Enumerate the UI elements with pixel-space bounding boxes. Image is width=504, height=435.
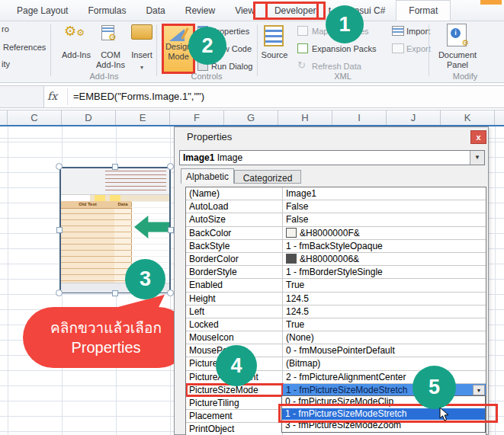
- resize-handle-bottom[interactable]: [112, 290, 118, 296]
- property-value[interactable]: 0 - fmMousePointerDefault: [283, 344, 486, 357]
- design-mode-icon: [169, 27, 188, 41]
- property-value[interactable]: (Bitmap): [283, 357, 486, 369]
- property-value[interactable]: 1 - fmBackStyleOpaque: [283, 240, 486, 252]
- com-add-ins-button[interactable]: ⚙: [101, 25, 114, 40]
- com-add-ins-label: COM Add-Ins: [94, 50, 127, 70]
- truncated-label-security: ity: [2, 59, 10, 69]
- toolbox-icon: [131, 24, 152, 40]
- tab-categorized[interactable]: Categorized: [234, 170, 301, 184]
- property-value[interactable]: True: [283, 318, 486, 331]
- resize-handle-top-right[interactable]: [167, 163, 174, 170]
- annotation-box-developer-tab: [253, 2, 319, 20]
- fx-icon: fx: [47, 90, 57, 102]
- formula-input[interactable]: =EMBED("Forms.Image.1",""): [73, 91, 204, 102]
- tab-format[interactable]: Format: [396, 0, 451, 21]
- resize-handle-left[interactable]: [56, 227, 63, 233]
- column-header-h[interactable]: H: [278, 110, 332, 126]
- callout-line1: คลิกขวาแล้วเลือก: [50, 318, 162, 337]
- dropdown-arrow-button[interactable]: ▼: [473, 385, 485, 395]
- column-header-c[interactable]: C: [8, 110, 62, 126]
- property-value[interactable]: (None): [283, 331, 486, 344]
- document-panel-button[interactable]: i ⚙: [447, 24, 467, 46]
- ribbon: ro References ity ⚙⚙ Add-Ins ⚙ COM Add-I…: [0, 21, 504, 83]
- run-dialog-button[interactable]: Run Dialog: [211, 62, 252, 71]
- picture-tools-contextual-header: [480, 0, 502, 5]
- name-box[interactable]: [0, 86, 44, 107]
- column-header-row: CDEFGHIJK: [0, 110, 504, 126]
- tab-review[interactable]: Review: [176, 1, 224, 21]
- chevron-down-icon[interactable]: ▼: [470, 151, 484, 165]
- property-row-locked[interactable]: LockedTrue: [186, 318, 486, 331]
- property-value[interactable]: 1 - fmBorderStyleSingle: [283, 266, 486, 278]
- add-ins-button[interactable]: ⚙⚙: [64, 24, 85, 39]
- property-value[interactable]: False: [283, 200, 486, 213]
- column-header-d[interactable]: D: [62, 110, 116, 126]
- column-header-j[interactable]: J: [387, 110, 441, 126]
- mini-table-header: Old Text: [61, 201, 114, 209]
- resize-handle-top[interactable]: [112, 164, 118, 170]
- property-row-backstyle[interactable]: BackStyle1 - fmBackStyleOpaque: [186, 240, 486, 253]
- property-row-name[interactable]: (Name)Image1: [186, 187, 486, 200]
- close-button[interactable]: x: [470, 130, 486, 144]
- property-row-height[interactable]: Height124.5: [186, 293, 486, 305]
- column-header-i[interactable]: I: [332, 110, 387, 126]
- expansion-packs-button[interactable]: Expansion Packs: [312, 44, 376, 53]
- property-name: PictureTiling: [186, 397, 283, 409]
- mini-table-old-text: Old Text: [61, 201, 115, 283]
- property-value[interactable]: 124.5: [283, 305, 486, 318]
- property-row-bordercolor[interactable]: BorderColor&H80000006&: [186, 253, 486, 266]
- property-row-enabled[interactable]: EnabledTrue: [186, 279, 486, 292]
- property-value[interactable]: False: [283, 213, 486, 225]
- refresh-data-icon: ↻: [297, 59, 306, 71]
- step-circle-5: 5: [413, 366, 456, 409]
- resize-handle-right[interactable]: [168, 227, 174, 233]
- group-label-controls: Controls: [156, 72, 257, 81]
- excel-window: Page LayoutFormulasDataReviewViewDevelop…: [0, 0, 504, 435]
- property-value[interactable]: Image1: [283, 187, 486, 200]
- column-header-e[interactable]: E: [116, 110, 170, 126]
- object-type: Image: [217, 152, 242, 163]
- property-name: AutoSize: [186, 213, 283, 225]
- property-row-mouseicon[interactable]: MouseIcon(None): [186, 331, 486, 344]
- object-name: Image1: [183, 152, 214, 163]
- source-button[interactable]: [264, 25, 284, 46]
- property-row-autosize[interactable]: AutoSizeFalse: [186, 213, 486, 226]
- column-header-f[interactable]: F: [170, 110, 224, 126]
- tab-formulas[interactable]: Formulas: [79, 1, 135, 21]
- object-selector[interactable]: Image1 Image ▼: [179, 150, 485, 165]
- property-name: BorderStyle: [186, 266, 283, 278]
- tab-page-layout[interactable]: Page Layout: [8, 1, 77, 21]
- column-header-k[interactable]: K: [441, 110, 495, 126]
- insert-dropdown-caret[interactable]: ▾: [127, 62, 157, 72]
- group-label-xml: XML: [257, 72, 429, 81]
- property-value[interactable]: 124.5: [283, 293, 486, 305]
- mini-highlight-cell: [95, 195, 105, 201]
- source-icon: [264, 25, 284, 46]
- resize-handle-top-left[interactable]: [56, 163, 63, 170]
- property-value[interactable]: &H8000000F&: [283, 227, 486, 239]
- import-button[interactable]: Import: [406, 27, 430, 36]
- property-row-backcolor[interactable]: BackColor&H8000000F&: [186, 227, 486, 240]
- expansion-packs-icon: [297, 43, 308, 53]
- property-name: MouseIcon: [186, 331, 283, 344]
- property-row-left[interactable]: Left124.5: [186, 305, 486, 318]
- property-row-borderstyle[interactable]: BorderStyle1 - fmBorderStyleSingle: [186, 266, 486, 279]
- step-circle-4: 4: [216, 345, 257, 386]
- source-label: Source: [259, 50, 290, 60]
- resize-handle-bottom-right[interactable]: [167, 289, 174, 296]
- property-value[interactable]: True: [283, 279, 486, 291]
- column-header-g[interactable]: G: [224, 110, 278, 126]
- property-name: AutoLoad: [186, 200, 283, 213]
- property-name: Left: [186, 305, 283, 318]
- resize-handle-bottom-left[interactable]: [56, 289, 63, 296]
- tab-data[interactable]: Data: [136, 1, 174, 21]
- property-row-autoload[interactable]: AutoLoadFalse: [186, 200, 486, 213]
- property-value[interactable]: &H80000006&: [283, 253, 486, 265]
- export-button: Export: [406, 44, 431, 53]
- property-name: BackStyle: [186, 240, 283, 252]
- property-name: Height: [186, 293, 283, 305]
- tab-alphabetic[interactable]: Alphabetic: [181, 168, 234, 184]
- import-icon: [392, 26, 404, 36]
- insert-button[interactable]: [131, 24, 152, 40]
- property-name: PrintObject: [186, 423, 283, 435]
